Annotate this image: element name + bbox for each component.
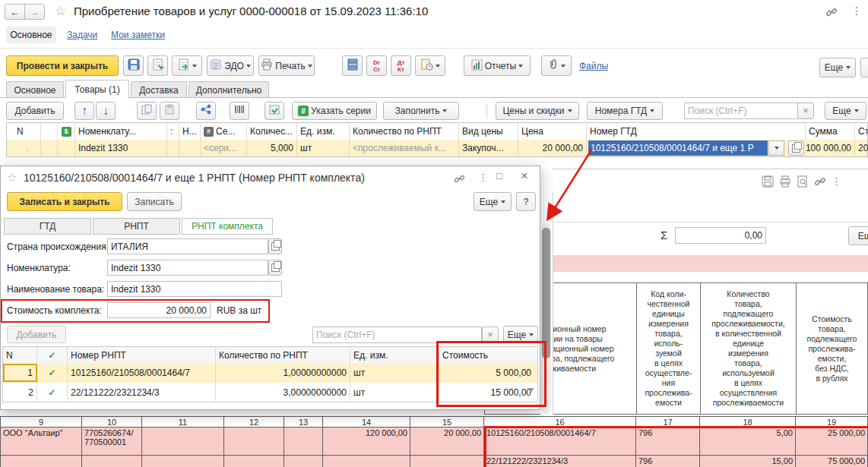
modal-tab-gtd[interactable]: ГТД	[4, 218, 91, 235]
backdrop-print-icon[interactable]	[779, 175, 791, 188]
col-header-vat[interactable]: Ста...	[855, 123, 867, 140]
print-button[interactable]: Печать	[258, 55, 315, 76]
modal-r1-cost-cell[interactable]: 5 000,00	[439, 363, 534, 383]
col-header-sum[interactable]: Сумма	[806, 123, 855, 140]
modal-r1-n-cell-focused[interactable]: 1	[3, 364, 37, 382]
row-sum-cell[interactable]: 100 000,00	[806, 140, 855, 156]
post-document-button[interactable]	[147, 55, 168, 76]
backdrop-menu-dots-icon[interactable]: ⋮	[832, 175, 841, 187]
modal-tab-rnpt-kit[interactable]: РНПТ комплекта	[182, 218, 273, 235]
check-fill-button[interactable]	[265, 102, 284, 120]
items-add-button[interactable]: Добавить	[6, 102, 64, 120]
save-button[interactable]	[123, 55, 144, 76]
col-header-c5[interactable]: :	[167, 123, 179, 140]
modal-r2-qty-cell[interactable]: 3,00000000000	[216, 383, 350, 402]
forward-button[interactable]: →	[24, 4, 45, 20]
gtd-open-button[interactable]	[788, 140, 804, 156]
row-price-cell[interactable]: 20 000,00	[518, 140, 587, 156]
row-price-flag-cell[interactable]	[58, 140, 75, 156]
tab-additional[interactable]: Дополнительно	[188, 81, 269, 98]
backdrop-preview-icon[interactable]	[797, 175, 809, 188]
gtd-edit-cell-selected[interactable]: 10125160/210508/0001464/7 и еще 1 Р	[588, 140, 768, 156]
get-link-icon[interactable]	[825, 6, 838, 21]
col-header-price[interactable]: Цена	[518, 123, 587, 140]
modal-more-table-button[interactable]: Еще	[503, 326, 538, 343]
modal-add-button[interactable]: Добавить	[7, 326, 66, 343]
modal-r1-rnpt-cell[interactable]: 10125160/210508/0001464/7	[68, 363, 216, 383]
col-header-empty[interactable]	[41, 123, 58, 140]
col-header-nomenclature[interactable]: Номенклату...	[75, 123, 167, 140]
reports-button[interactable]: Отчеты	[464, 55, 531, 76]
row-empty-cell[interactable]	[41, 140, 58, 156]
modal-r2-n-cell[interactable]: 2	[3, 383, 37, 402]
document-history-button[interactable]	[415, 55, 445, 76]
modal-search-input[interactable]	[312, 327, 482, 343]
row-qty-rnpt-cell[interactable]: <прослеживаемый к...	[350, 140, 459, 156]
col-header-gtd[interactable]: Номер ГТД	[587, 123, 806, 140]
modal-favorite-star-icon[interactable]: ☆	[7, 171, 17, 185]
modal-col-cost[interactable]: Стоимость	[439, 347, 537, 363]
modal-r1-check-cell[interactable]: ✓	[37, 363, 68, 383]
vertical-scrollbar-thumb[interactable]	[542, 228, 550, 358]
paste-row-button[interactable]	[160, 102, 179, 120]
modal-col-rnpt[interactable]: Номер РНПТ	[68, 347, 216, 363]
backdrop-more-button[interactable]: Еще	[848, 226, 868, 245]
modal-maximize-icon[interactable]: □	[496, 170, 502, 181]
kit-cost-input[interactable]	[107, 302, 211, 318]
modal-r2-rnpt-cell[interactable]: 22/121222/2321234/3	[68, 383, 216, 402]
row-unit-cell[interactable]: шт	[297, 140, 350, 156]
row-c6-cell[interactable]	[179, 140, 201, 156]
modal-r1-qty-cell[interactable]: 1,00000000000	[216, 363, 350, 383]
dt-kt-postings-button[interactable]: Дт Кт	[391, 55, 411, 76]
col-header-series[interactable]: # Се...	[201, 123, 247, 140]
scroll-down-icon[interactable]	[528, 388, 534, 392]
fill-button[interactable]: Заполнить	[383, 102, 459, 120]
backdrop-link-icon[interactable]	[814, 175, 826, 188]
nomenclature-input[interactable]	[107, 260, 268, 276]
modal-menu-dots-icon[interactable]: ⋮	[478, 172, 488, 183]
window-menu-dots-icon[interactable]: ⋮	[851, 5, 862, 17]
row-vat-cell[interactable]: 20%	[855, 140, 868, 156]
modal-more-button[interactable]: Еще	[474, 192, 512, 211]
modal-search-clear-button[interactable]: ×	[482, 327, 499, 343]
favorite-star-icon[interactable]: ☆	[55, 3, 66, 19]
backdrop-save-icon[interactable]	[762, 175, 774, 188]
modal-close-icon[interactable]: ×	[521, 169, 528, 184]
dr-cr-postings-button[interactable]: Dr Cr	[366, 55, 387, 76]
barcode-scanner-button[interactable]	[230, 102, 249, 120]
copy-row-button[interactable]	[137, 102, 157, 120]
country-open-button[interactable]	[268, 238, 282, 254]
modal-r1-unit-cell[interactable]: шт	[350, 363, 439, 383]
modal-r2-cost-cell[interactable]: 15 000,00	[439, 383, 534, 402]
items-search-clear-button[interactable]: ×	[797, 103, 814, 119]
modal-col-unit[interactable]: Ед. изм.	[350, 347, 439, 363]
move-down-button[interactable]: ↓	[96, 102, 116, 120]
back-button[interactable]: ←	[5, 4, 25, 20]
help-button[interactable]: ?	[860, 58, 868, 77]
modal-save-button[interactable]: Записать	[127, 192, 182, 211]
modal-save-close-button[interactable]: Записать и закрыть	[7, 192, 122, 211]
toolbar-more-button[interactable]: Еще	[819, 58, 856, 77]
items-more-button[interactable]: Еще	[825, 102, 866, 120]
col-header-n[interactable]: N	[14, 123, 41, 140]
modal-r2-unit-cell[interactable]: шт	[350, 383, 439, 402]
modal-col-qty[interactable]: Количество по РНПТ	[216, 347, 350, 363]
backdrop-sum-input[interactable]	[675, 227, 766, 244]
modal-link-icon[interactable]	[454, 173, 465, 188]
items-search-input[interactable]	[684, 103, 798, 119]
document-register-button[interactable]	[342, 55, 363, 76]
attachments-button[interactable]	[541, 55, 572, 76]
nav-tab-notes[interactable]: Мои заметки	[111, 30, 165, 40]
row-c5-cell[interactable]	[167, 140, 179, 156]
gtd-dropdown-button[interactable]	[768, 140, 784, 156]
tab-delivery[interactable]: Доставка	[131, 81, 187, 98]
move-up-button[interactable]: ↑	[74, 102, 94, 120]
modal-col-n[interactable]: N	[3, 347, 37, 363]
modal-tab-rnpt[interactable]: РНПТ	[93, 218, 180, 235]
edo-button[interactable]: ЭДО	[207, 55, 254, 76]
create-based-on-button[interactable]	[172, 55, 202, 76]
modal-col-check[interactable]: ✓	[37, 347, 68, 363]
tab-goods[interactable]: Товары (1)	[65, 80, 129, 99]
files-link[interactable]: Файлы	[579, 61, 608, 71]
modal-r2-check-cell[interactable]: ✓	[37, 383, 68, 402]
